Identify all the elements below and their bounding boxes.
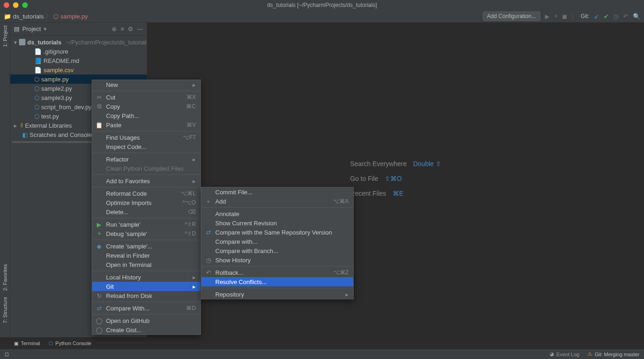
menu-item[interactable]: Compare with Branch... bbox=[201, 246, 353, 255]
menu-item: Clean Python Compiled Files bbox=[92, 164, 200, 173]
tree-root[interactable]: ▾ds_tutorials~/PycharmProjects/ds_tutori… bbox=[10, 37, 147, 47]
menu-item[interactable]: ⧉Copy⌘C bbox=[92, 102, 200, 111]
close-window-button[interactable] bbox=[4, 2, 9, 8]
tree-file[interactable]: 📄.gitignore bbox=[10, 47, 147, 56]
menu-item[interactable]: ▶Run 'sample'^⇧R bbox=[92, 220, 200, 229]
stop-icon[interactable]: ◼ bbox=[562, 13, 567, 20]
menu-item[interactable]: Add to Favorites▸ bbox=[92, 176, 200, 186]
hint-shortcut: ⌘E bbox=[393, 190, 403, 197]
menu-item[interactable]: ◷Show History bbox=[201, 255, 353, 265]
menu-item[interactable]: Reveal in Finder bbox=[92, 251, 200, 260]
python-console-tab[interactable]: ⬡Python Console bbox=[49, 340, 92, 347]
menu-item[interactable]: ✂Cut⌘X bbox=[92, 93, 200, 102]
menu-item[interactable]: ↶Rollback...⌥⌘Z bbox=[201, 268, 353, 277]
menu-item[interactable]: +Add⌥⌘A bbox=[201, 197, 353, 206]
project-title[interactable]: Project bbox=[22, 25, 41, 32]
menu-item[interactable]: Git▸ bbox=[92, 282, 200, 291]
menu-item[interactable]: ⌖Debug 'sample'^⇧D bbox=[92, 229, 200, 238]
hint-label: Recent Files bbox=[350, 190, 386, 197]
minimize-window-button[interactable] bbox=[13, 2, 19, 8]
maximize-window-button[interactable] bbox=[22, 2, 28, 8]
settings-icon[interactable]: ⚙ bbox=[128, 25, 133, 32]
status-frame-icon[interactable]: ◻ bbox=[5, 351, 9, 357]
welcome-hints: Search EverywhereDouble ⇧ Go to File⇧⌘O … bbox=[350, 160, 441, 204]
menu-item[interactable]: Commit File... bbox=[201, 187, 353, 197]
context-menu[interactable]: New▸✂Cut⌘X⧉Copy⌘CCopy Path...📋Paste⌘VFin… bbox=[92, 80, 201, 335]
favorites-tab[interactable]: 2: Favorites bbox=[2, 264, 8, 291]
menu-item[interactable]: Delete...⌫ bbox=[92, 207, 200, 217]
hint-label: Search Everywhere bbox=[350, 160, 406, 167]
git-submenu[interactable]: Commit File...+Add⌥⌘AAnnotateShow Curren… bbox=[201, 187, 354, 299]
git-commit-icon[interactable]: ✔ bbox=[604, 13, 609, 20]
git-status[interactable]: Git: Merging master bbox=[588, 351, 639, 357]
breadcrumb[interactable]: 📁 ds_tutorials 〉 ⬡ sample.py bbox=[4, 12, 88, 20]
structure-tab[interactable]: 7: Structure bbox=[2, 297, 8, 323]
menu-item[interactable]: ◆Create 'sample'... bbox=[92, 241, 200, 251]
breadcrumb-file[interactable]: sample.py bbox=[60, 13, 88, 20]
git-label: Git: bbox=[581, 13, 589, 19]
menu-item[interactable]: ⇄Compare With...⌘D bbox=[92, 303, 200, 313]
menu-item[interactable]: Local History▸ bbox=[92, 272, 200, 282]
expand-icon[interactable]: ≡ bbox=[120, 25, 124, 32]
locate-icon[interactable]: ⊕ bbox=[112, 25, 117, 32]
menu-item[interactable]: Inspect Code... bbox=[92, 142, 200, 151]
title-bar: ds_tutorials [~/PycharmProjects/ds_tutor… bbox=[0, 0, 644, 10]
toolbar-icons: ▶ ⌖ ◼ | Git: ↙ ✔ ◷ ↶ 🔍 bbox=[545, 12, 640, 20]
bottom-tool-tabs: ▣Terminal ⬡Python Console bbox=[10, 338, 91, 349]
menu-item[interactable]: Resolve Conflicts... bbox=[201, 277, 353, 286]
hint-shortcut: ⇧⌘O bbox=[385, 175, 402, 182]
menu-item[interactable]: Repository▸ bbox=[201, 290, 353, 299]
hint-shortcut: Double ⇧ bbox=[413, 160, 441, 167]
search-icon[interactable]: 🔍 bbox=[633, 13, 640, 20]
window-title: ds_tutorials [~/PycharmProjects/ds_tutor… bbox=[267, 2, 377, 8]
menu-item[interactable]: New▸ bbox=[92, 80, 200, 89]
breadcrumb-project[interactable]: ds_tutorials bbox=[13, 13, 44, 20]
status-bar: ◻ ◕Event Log Git: Merging master bbox=[0, 349, 644, 359]
git-history-icon[interactable]: ◷ bbox=[613, 13, 619, 20]
add-configuration-button[interactable]: Add Configuration... bbox=[483, 12, 540, 21]
tree-file[interactable]: 📘README.md bbox=[10, 56, 147, 65]
project-header: ▤Project▾ ⊕ ≡ ⚙ — bbox=[10, 23, 147, 36]
menu-item[interactable]: ⇄Compare with the Same Repository Versio… bbox=[201, 228, 353, 237]
hint-label: Go to File bbox=[350, 175, 378, 182]
menu-item[interactable]: Annotate bbox=[201, 209, 353, 218]
menu-item[interactable]: Show Current Revision bbox=[201, 218, 353, 228]
menu-item[interactable]: Refactor▸ bbox=[92, 155, 200, 164]
run-icon[interactable]: ▶ bbox=[545, 13, 550, 20]
project-tab[interactable]: 1: Project bbox=[2, 25, 8, 47]
hide-icon[interactable]: — bbox=[137, 25, 143, 32]
event-log-button[interactable]: ◕Event Log bbox=[550, 351, 580, 357]
menu-item[interactable]: Optimize Imports^⌥O bbox=[92, 198, 200, 207]
menu-item[interactable]: ↻Reload from Disk bbox=[92, 291, 200, 300]
menu-item[interactable]: 📋Paste⌘V bbox=[92, 120, 200, 130]
left-tool-gutter: 1: Project 2: Favorites 7: Structure bbox=[0, 23, 10, 337]
navigation-bar: 📁 ds_tutorials 〉 ⬡ sample.py Add Configu… bbox=[0, 10, 644, 23]
git-update-icon[interactable]: ↙ bbox=[594, 13, 599, 20]
menu-item[interactable]: Compare with... bbox=[201, 237, 353, 246]
undo-icon[interactable]: ↶ bbox=[623, 13, 628, 20]
debug-icon[interactable]: ⌖ bbox=[554, 12, 557, 20]
menu-item[interactable]: Open in Terminal bbox=[92, 260, 200, 269]
window-buttons bbox=[4, 2, 28, 8]
tree-file[interactable]: 📄sample.csv bbox=[10, 65, 147, 74]
menu-item[interactable]: ◯Open on GitHub bbox=[92, 316, 200, 325]
terminal-tab[interactable]: ▣Terminal bbox=[14, 340, 40, 347]
menu-item[interactable]: Find Usages⌥F7 bbox=[92, 133, 200, 142]
menu-item[interactable]: Copy Path... bbox=[92, 111, 200, 120]
menu-item[interactable]: Reformat Code⌥⌘L bbox=[92, 189, 200, 198]
menu-item[interactable]: ◯Create Gist... bbox=[92, 325, 200, 334]
